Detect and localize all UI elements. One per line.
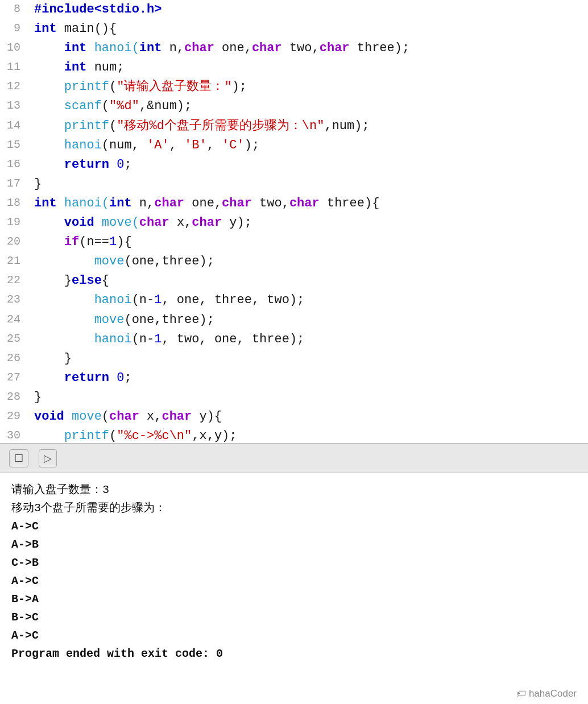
token bbox=[34, 293, 94, 307]
table-row: 15 hanoi(num, 'A', 'B', 'C'); bbox=[0, 136, 588, 155]
table-row: 17} bbox=[0, 175, 588, 194]
token: (one,three); bbox=[124, 254, 214, 268]
token: move( bbox=[102, 216, 139, 230]
table-row: 25 hanoi(n-1, two, one, three); bbox=[0, 330, 588, 349]
line-number: 15 bbox=[0, 136, 30, 155]
line-content: #include<stdio.h> bbox=[30, 0, 588, 19]
line-number: 12 bbox=[0, 77, 30, 97]
line-content: void move(char x,char y){ bbox=[30, 407, 588, 426]
output-line: 请输入盘子数量：3 bbox=[11, 481, 577, 499]
token: void bbox=[64, 216, 102, 230]
token: 1 bbox=[154, 332, 162, 346]
token: char bbox=[289, 196, 327, 210]
token: (n== bbox=[79, 235, 109, 249]
line-content: printf("请输入盘子数量："); bbox=[30, 77, 588, 97]
line-content: move(one,three); bbox=[30, 310, 588, 330]
token bbox=[34, 429, 64, 443]
token: ,x,y); bbox=[192, 429, 237, 443]
line-number: 26 bbox=[0, 349, 30, 368]
line-content: hanoi(num, 'A', 'B', 'C'); bbox=[30, 136, 588, 155]
table-row: 12 printf("请输入盘子数量："); bbox=[0, 77, 588, 97]
token: 1 bbox=[154, 293, 162, 307]
token: n, bbox=[169, 41, 184, 55]
line-content: printf("%c->%c\n",x,y); bbox=[30, 426, 588, 444]
token bbox=[34, 254, 94, 268]
token: char bbox=[154, 196, 192, 210]
table-row: 20 if(n==1){ bbox=[0, 233, 588, 252]
table-row: 14 printf("移动%d个盘子所需要的步骤为：\n",num); bbox=[0, 117, 588, 136]
stop-icon: ☐ bbox=[14, 452, 23, 465]
token: (n- bbox=[132, 332, 155, 346]
line-number: 28 bbox=[0, 388, 30, 407]
output-line: B->C bbox=[11, 608, 577, 627]
token bbox=[34, 235, 64, 249]
token: (num, bbox=[102, 138, 147, 152]
line-content: hanoi(n-1, two, one, three); bbox=[30, 330, 588, 349]
line-content: } bbox=[30, 175, 588, 194]
line-content: if(n==1){ bbox=[30, 233, 588, 252]
line-number: 27 bbox=[0, 368, 30, 388]
token: char bbox=[139, 216, 177, 230]
token bbox=[34, 313, 94, 327]
token: hanoi bbox=[94, 293, 132, 307]
table-row: 19 void move(char x,char y); bbox=[0, 213, 588, 233]
table-row: 16 return 0; bbox=[0, 155, 588, 175]
line-content: hanoi(n-1, one, three, two); bbox=[30, 291, 588, 310]
token: ( bbox=[109, 119, 117, 133]
token: ; bbox=[124, 158, 131, 172]
token: else bbox=[72, 274, 102, 288]
token: } bbox=[34, 274, 72, 288]
table-row: 22 }else{ bbox=[0, 271, 588, 291]
token bbox=[34, 60, 64, 74]
token: , one, three, two); bbox=[162, 293, 304, 307]
token: , two, one, three); bbox=[162, 332, 304, 346]
token bbox=[34, 158, 64, 172]
line-number: 20 bbox=[0, 233, 30, 252]
token: y){ bbox=[199, 409, 222, 424]
token: main(){ bbox=[64, 22, 117, 36]
token: int bbox=[64, 60, 94, 74]
stop-button[interactable]: ☐ bbox=[9, 449, 28, 467]
token: char bbox=[252, 41, 289, 55]
output-line: B->A bbox=[11, 590, 577, 608]
token: ){ bbox=[117, 235, 131, 249]
output-line: 移动3个盘子所需要的步骤为： bbox=[11, 499, 577, 517]
token: int bbox=[139, 41, 169, 55]
token: int bbox=[34, 196, 64, 210]
line-number: 17 bbox=[0, 175, 30, 194]
line-content: }else{ bbox=[30, 271, 588, 291]
token: three){ bbox=[327, 196, 379, 210]
line-number: 11 bbox=[0, 58, 30, 77]
token: move bbox=[72, 409, 102, 424]
line-content: } bbox=[30, 388, 588, 407]
line-number: 8 bbox=[0, 0, 30, 19]
line-content: } bbox=[30, 349, 588, 368]
token: int bbox=[109, 196, 139, 210]
token: ); bbox=[245, 138, 259, 152]
token: ( bbox=[109, 429, 117, 443]
table-row: 21 move(one,three); bbox=[0, 252, 588, 271]
token: "%c->%c\n" bbox=[117, 429, 192, 443]
token: return bbox=[64, 158, 117, 172]
line-content: return 0; bbox=[30, 155, 588, 175]
line-content: int num; bbox=[30, 58, 588, 77]
token: ( bbox=[102, 99, 109, 113]
line-content: void move(char x,char y); bbox=[30, 213, 588, 233]
token: 'A' bbox=[147, 138, 169, 152]
output-area: 请输入盘子数量：3移动3个盘子所需要的步骤为：A->CA->BC->BA->CB… bbox=[0, 473, 588, 684]
table-row: 9int main(){ bbox=[0, 19, 588, 39]
token: (one,three); bbox=[124, 313, 214, 327]
output-line: A->C bbox=[11, 517, 577, 536]
token: hanoi bbox=[64, 138, 102, 152]
token: ); bbox=[232, 80, 247, 94]
token: "移动%d个盘子所需要的步骤为：\n" bbox=[117, 119, 324, 133]
table-row: 10 int hanoi(int n,char one,char two,cha… bbox=[0, 39, 588, 58]
run-button[interactable]: ▷ bbox=[39, 449, 57, 467]
token: if bbox=[64, 235, 79, 249]
token: "%d" bbox=[109, 99, 139, 113]
token bbox=[34, 119, 64, 133]
table-row: 8#include<stdio.h> bbox=[0, 0, 588, 19]
token: move bbox=[94, 254, 125, 268]
code-table: 8#include<stdio.h>9int main(){10 int han… bbox=[0, 0, 588, 444]
token bbox=[34, 371, 64, 385]
